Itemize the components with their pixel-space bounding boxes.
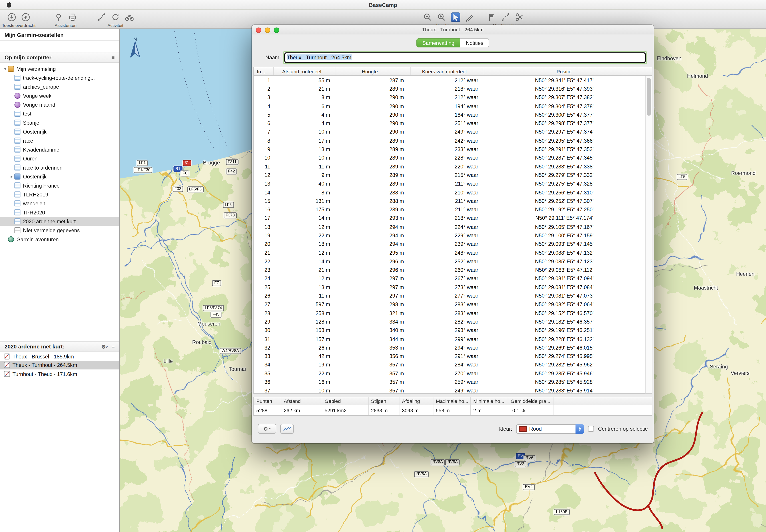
sidebar-item-kwadendamme[interactable]: Kwadendamme bbox=[0, 145, 119, 154]
column-header-0[interactable]: In... bbox=[254, 67, 274, 75]
table-cell: N50° 29.111' E5° 47.174' bbox=[483, 215, 645, 221]
table-row[interactable]: 28258 m321 m283° waarN50° 29.152' E5° 46… bbox=[254, 309, 645, 317]
table-row[interactable]: 1812 m294 m224° waarN50° 29.105' E5° 47.… bbox=[254, 222, 645, 231]
table-row[interactable]: 64 m290 m251° waarN50° 29.298' E5° 47.37… bbox=[254, 119, 645, 128]
sidebar-item-2020-ardenne-met-kurt[interactable]: 2020 ardenne met kurt bbox=[0, 217, 119, 226]
table-row[interactable]: 3710 m357 m249° waarN50° 29.283' E5° 45.… bbox=[254, 386, 645, 393]
table-row[interactable]: 3342 m356 m291° waarN50° 29.274' E5° 45.… bbox=[254, 352, 645, 360]
tab-notities[interactable]: Notities bbox=[460, 38, 489, 47]
table-row[interactable]: 1714 m293 m218° waarN50° 29.111' E5° 47.… bbox=[254, 214, 645, 222]
pencil-measure-icon[interactable] bbox=[465, 12, 474, 22]
menu-burger-icon[interactable]: ≡ bbox=[112, 344, 115, 349]
table-row[interactable]: 3419 m357 m284° waarN50° 29.282' E5° 45.… bbox=[254, 360, 645, 369]
sidebar-item-race-to-ardennen[interactable]: race to ardennen bbox=[0, 163, 119, 172]
disclosure-right-icon[interactable]: ▸ bbox=[9, 174, 14, 179]
sidebar-item-wandelen[interactable]: wandelen bbox=[0, 199, 119, 208]
zoom-button[interactable] bbox=[274, 27, 279, 33]
minimize-button[interactable] bbox=[265, 27, 270, 33]
vertical-scrollbar[interactable] bbox=[645, 76, 652, 393]
dialog-titlebar[interactable]: Theux - Turnhout - 264.5km bbox=[252, 25, 654, 34]
table-row[interactable]: 2513 m297 m273° waarN50° 29.081' E5° 47.… bbox=[254, 283, 645, 291]
table-row[interactable]: 31157 m344 m299° waarN50° 29.228' E5° 46… bbox=[254, 334, 645, 343]
table-row[interactable]: 1340 m289 m211° waarN50° 29.275' E5° 47.… bbox=[254, 179, 645, 188]
table-row[interactable]: 2412 m297 m267° waarN50° 29.081' E5° 47.… bbox=[254, 274, 645, 283]
table-row[interactable]: 29128 m334 m282° waarN50° 29.182' E5° 46… bbox=[254, 317, 645, 326]
printer-icon[interactable] bbox=[68, 12, 77, 22]
table-row[interactable]: 3226 m353 m294° waarN50° 29.269' E5° 46.… bbox=[254, 343, 645, 352]
zoom-in-icon[interactable] bbox=[437, 12, 446, 22]
sidebar-item-vorige-maand[interactable]: Vorige maand bbox=[0, 100, 119, 109]
scrollbar-thumb[interactable] bbox=[647, 78, 651, 116]
table-cell: 294° waar bbox=[411, 344, 483, 350]
table-row[interactable]: 817 m289 m242° waarN50° 29.295' E5° 47.3… bbox=[254, 136, 645, 145]
sidebar-item-race[interactable]: race bbox=[0, 136, 119, 145]
sidebar-item-track-cycling-route-defending[interactable]: track-cycling-route-defending... bbox=[0, 73, 119, 82]
table-row[interactable]: 2321 m296 m260° waarN50° 29.083' E5° 47.… bbox=[254, 266, 645, 274]
table-row[interactable]: 1111 m289 m220° waarN50° 29.283' E5° 47.… bbox=[254, 162, 645, 171]
table-row[interactable]: 16175 m289 m211° waarN50° 29.192' E5° 47… bbox=[254, 205, 645, 214]
refresh-icon[interactable] bbox=[111, 12, 120, 22]
table-row[interactable]: 1922 m294 m229° waarN50° 29.100' E5° 47.… bbox=[254, 231, 645, 240]
table-row[interactable]: 2214 m296 m252° waarN50° 29.085' E5° 47.… bbox=[254, 257, 645, 266]
close-button[interactable] bbox=[256, 27, 261, 33]
table-row[interactable]: 3522 m357 m270° waarN50° 29.285' E5° 45.… bbox=[254, 369, 645, 378]
name-input[interactable] bbox=[284, 52, 646, 62]
elevation-chart-button[interactable] bbox=[280, 424, 294, 434]
table-row[interactable]: 221 m289 m218° waarN50° 29.316' E5° 47.3… bbox=[254, 84, 645, 93]
sidebar-item-spanje[interactable]: Spanje bbox=[0, 118, 119, 127]
sidebar-item-oostenrijk[interactable]: Oostenrijk bbox=[0, 127, 119, 136]
sidebar-item-test[interactable]: test bbox=[0, 109, 119, 118]
send-to-device-icon[interactable] bbox=[21, 12, 30, 22]
table-row[interactable]: 155 m287 m212° waarN50° 29.341' E5° 47.4… bbox=[254, 76, 645, 84]
sidebar-item-tlrh2019[interactable]: TLRH2019 bbox=[0, 190, 119, 199]
column-header-2[interactable]: Hoogte bbox=[336, 67, 411, 75]
sidebar-item-richting-france[interactable]: Richting France bbox=[0, 181, 119, 190]
color-dropdown[interactable]: Rood ▲▼ bbox=[516, 424, 584, 434]
table-row[interactable]: 38 m290 m212° waarN50° 29.307' E5° 47.38… bbox=[254, 93, 645, 102]
new-route-icon[interactable] bbox=[501, 12, 510, 22]
zoom-out-icon[interactable] bbox=[423, 12, 432, 22]
route-list-item[interactable]: Turnhout - Theux - 171.6km bbox=[0, 369, 119, 378]
sidebar-item-niet-vermelde-gegevens[interactable]: Niet-vermelde gegevens bbox=[0, 226, 119, 235]
sidebar-item-vorige-week[interactable]: Vorige week bbox=[0, 91, 119, 100]
tab-samenvatting[interactable]: Samenvatting bbox=[416, 38, 460, 47]
table-row[interactable]: 54 m290 m184° waarN50° 29.300' E5° 47.37… bbox=[254, 110, 645, 119]
sidebar-item-oostenrijk[interactable]: ▸Oostenrijk bbox=[0, 172, 119, 181]
sidebar-item-ouren[interactable]: Ouren bbox=[0, 154, 119, 163]
table-row[interactable]: 710 m290 m249° waarN50° 29.297' E5° 47.3… bbox=[254, 128, 645, 136]
table-row[interactable]: 913 m289 m233° waarN50° 29.291' E5° 47.3… bbox=[254, 145, 645, 153]
table-row[interactable]: 27597 m298 m283° waarN50° 29.082' E5° 47… bbox=[254, 300, 645, 309]
table-row[interactable]: 2018 m294 m239° waarN50° 29.093' E5° 47.… bbox=[254, 240, 645, 248]
table-row[interactable]: 30153 m340 m293° waarN50° 29.196' E5° 46… bbox=[254, 326, 645, 334]
table-row[interactable]: 2112 m295 m248° waarN50° 29.088' E5° 47.… bbox=[254, 248, 645, 257]
receive-from-device-icon[interactable] bbox=[7, 12, 17, 22]
column-header-1[interactable]: Afstand routedeel bbox=[274, 67, 336, 75]
gear-dropdown-icon[interactable]: ⚙˅ bbox=[101, 344, 108, 349]
scissors-split-icon[interactable] bbox=[515, 12, 524, 22]
table-row[interactable]: 1010 m289 m228° waarN50° 29.287' E5° 47.… bbox=[254, 153, 645, 162]
route-list-item[interactable]: Theux - Brussel - 185.9km bbox=[0, 352, 119, 361]
route-list-item[interactable]: Theux - Turnhout - 264.5km bbox=[0, 361, 119, 369]
sidebar-item-tpr2020[interactable]: TPR2020 bbox=[0, 208, 119, 217]
actions-gear-button[interactable]: ⚙▾ bbox=[258, 424, 276, 434]
sidebar-item-garmin-avonturen[interactable]: Garmin-avonturen bbox=[0, 235, 119, 244]
column-header-3[interactable]: Koers van routedeel bbox=[411, 67, 483, 75]
table-row[interactable]: 15131 m288 m211° waarN50° 29.252' E5° 47… bbox=[254, 196, 645, 205]
column-header-4[interactable]: Positie bbox=[483, 67, 645, 75]
bicycle-icon[interactable] bbox=[125, 12, 134, 22]
flag-new-waypoint-icon[interactable] bbox=[487, 12, 496, 22]
table-row[interactable]: 129 m289 m215° waarN50° 29.279' E5° 47.3… bbox=[254, 171, 645, 179]
sidebar-item-mijn-verzameling[interactable]: ▾Mijn verzameling bbox=[0, 64, 119, 73]
waypoint-pin-icon[interactable] bbox=[54, 12, 63, 22]
center-on-selection-checkbox[interactable] bbox=[588, 426, 594, 432]
cursor-select-icon[interactable] bbox=[451, 12, 460, 22]
computer-header[interactable]: Op mijn computer ≡ bbox=[0, 52, 119, 63]
table-row[interactable]: 3616 m357 m259° waarN50° 29.285' E5° 45.… bbox=[254, 378, 645, 386]
table-row[interactable]: 148 m288 m210° waarN50° 29.256' E5° 47.3… bbox=[254, 188, 645, 196]
route-profile-icon[interactable] bbox=[97, 12, 106, 22]
menu-burger-icon[interactable]: ≡ bbox=[112, 54, 115, 60]
sidebar-item-archies-europe[interactable]: archies_europe bbox=[0, 82, 119, 91]
table-row[interactable]: 2611 m297 m277° waarN50° 29.081' E5° 47.… bbox=[254, 291, 645, 300]
table-row[interactable]: 46 m290 m194° waarN50° 29.304' E5° 47.37… bbox=[254, 102, 645, 110]
disclosure-down-icon[interactable]: ▾ bbox=[2, 66, 8, 71]
